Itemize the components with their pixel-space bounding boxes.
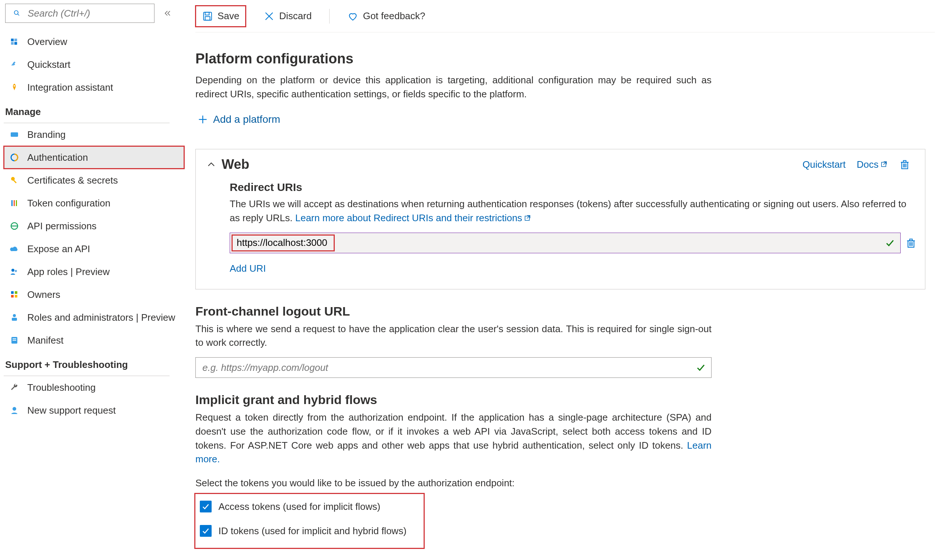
sidebar-item-overview[interactable]: Overview (4, 30, 185, 53)
logout-url-input-wrapper[interactable] (195, 357, 712, 378)
delete-uri-button[interactable] (906, 237, 916, 249)
sidebar-item-label: Expose an API (27, 243, 90, 255)
external-link-icon (523, 215, 531, 222)
valid-check-icon (886, 238, 894, 248)
sidebar-item-app-roles[interactable]: App roles | Preview (4, 260, 185, 283)
valid-check-icon (697, 363, 705, 372)
overview-icon (8, 35, 21, 48)
sidebar-item-branding[interactable]: Branding (4, 123, 185, 146)
main-content: Save Discard Got feedback? Platform conf… (185, 0, 946, 560)
sidebar-item-quickstart[interactable]: Quickstart (4, 53, 185, 76)
section-title-platform: Platform configurations (195, 51, 935, 67)
logout-url-input[interactable] (202, 362, 697, 374)
sidebar-item-label: Owners (27, 289, 60, 300)
id-tokens-checkbox-row[interactable]: ID tokens (used for implicit and hybrid … (197, 522, 413, 540)
sidebar-item-label: Troubleshooting (27, 382, 96, 393)
heart-icon (347, 11, 358, 22)
branding-icon (8, 128, 21, 141)
button-label: Got feedback? (363, 10, 425, 22)
sidebar-item-label: Roles and administrators | Preview (27, 312, 175, 323)
checkbox-label: Access tokens (used for implicit flows) (218, 501, 380, 512)
card-title: Web (222, 157, 249, 172)
implicit-heading: Implicit grant and hybrid flows (195, 392, 935, 407)
sidebar-item-certificates[interactable]: Certificates & secrets (4, 169, 185, 192)
divider (329, 9, 329, 24)
platform-description: Depending on the platform or device this… (195, 73, 712, 101)
link-label: Docs (857, 159, 878, 170)
implicit-desc: Request a token directly from the author… (195, 411, 712, 466)
sidebar-item-label: Authentication (27, 152, 88, 163)
key-icon (8, 174, 21, 186)
button-label: Add a platform (213, 114, 280, 125)
sidebar-item-label: Token configuration (27, 198, 110, 209)
external-link-icon (880, 161, 888, 168)
sidebar-item-label: New support request (27, 405, 116, 416)
logout-heading: Front-channel logout URL (195, 304, 935, 318)
command-bar: Save Discard Got feedback? (195, 0, 935, 32)
plus-icon (198, 114, 208, 125)
redirect-uris-heading: Redirect URIs (230, 181, 911, 194)
rocket-icon (8, 81, 21, 94)
sidebar-item-label: Integration assistant (27, 82, 113, 93)
sidebar-item-integration[interactable]: Integration assistant (4, 76, 185, 99)
feedback-button[interactable]: Got feedback? (341, 6, 432, 27)
token-icon (8, 197, 21, 209)
sidebar-item-label: Branding (27, 129, 66, 140)
button-label: Discard (279, 10, 312, 22)
checkbox-checked-icon[interactable] (200, 525, 212, 537)
quickstart-link[interactable]: Quickstart (803, 159, 846, 170)
sidebar-item-label: App roles | Preview (27, 266, 110, 278)
token-select-label: Select the tokens you would like to be i… (195, 477, 935, 489)
delete-platform-button[interactable] (898, 158, 911, 171)
button-label: Save (217, 10, 239, 22)
docs-link[interactable]: Docs (857, 159, 888, 170)
people-icon (8, 265, 21, 278)
quickstart-icon (8, 58, 21, 71)
sidebar-item-label: Overview (27, 36, 67, 48)
save-button[interactable]: Save (195, 6, 246, 27)
sidebar-item-troubleshooting[interactable]: Troubleshooting (4, 376, 185, 399)
checkbox-label: ID tokens (used for implicit and hybrid … (218, 525, 406, 536)
authentication-icon (8, 151, 21, 164)
sidebar-item-expose-api[interactable]: Expose an API (4, 237, 185, 260)
redirect-uri-input[interactable] (236, 237, 886, 249)
redirect-uris-desc: The URIs we will accept as destinations … (230, 197, 911, 225)
redirect-uri-input-wrapper[interactable] (230, 232, 901, 253)
support-icon (8, 404, 21, 417)
wrench-icon (8, 381, 21, 394)
logout-desc: This is where we send a request to have … (195, 322, 712, 350)
checkbox-checked-icon[interactable] (200, 501, 212, 512)
close-icon (264, 11, 275, 22)
redirect-learn-more-link[interactable]: Learn more about Redirect URIs and their… (295, 211, 531, 225)
sidebar-item-label: Quickstart (27, 59, 71, 71)
sidebar-item-authentication[interactable]: Authentication (4, 146, 185, 169)
sidebar-item-api-permissions[interactable]: API permissions (4, 215, 185, 237)
access-tokens-checkbox-row[interactable]: Access tokens (used for implicit flows) (197, 498, 413, 515)
discard-button[interactable]: Discard (257, 6, 318, 27)
sidebar-item-token-config[interactable]: Token configuration (4, 192, 185, 215)
sidebar-item-roles-admins[interactable]: Roles and administrators | Preview (4, 306, 185, 329)
web-platform-card: Web Quickstart Docs Redirect URIs The UR… (195, 149, 925, 289)
sidebar-item-label: Certificates & secrets (27, 175, 118, 186)
search-box[interactable] (5, 4, 154, 23)
roles-icon (8, 311, 21, 324)
save-icon (202, 11, 213, 22)
token-checkbox-group: Access tokens (used for implicit flows) … (195, 494, 424, 548)
add-platform-button[interactable]: Add a platform (195, 108, 935, 131)
sidebar-section-support: Support + Troubleshooting (4, 352, 185, 374)
sidebar-item-manifest[interactable]: Manifest (4, 329, 185, 352)
sidebar: Overview Quickstart Integration assistan… (0, 0, 185, 560)
sidebar-item-owners[interactable]: Owners (4, 283, 185, 306)
search-icon (11, 7, 23, 20)
cloud-icon (8, 243, 21, 255)
sidebar-section-manage: Manage (4, 99, 185, 120)
search-input[interactable] (27, 8, 149, 20)
sidebar-item-label: API permissions (27, 220, 97, 232)
api-permissions-icon (8, 220, 21, 232)
manifest-icon (8, 334, 21, 346)
owners-icon (8, 288, 21, 301)
collapse-card-button[interactable] (207, 160, 218, 169)
sidebar-item-new-support[interactable]: New support request (4, 399, 185, 422)
add-uri-button[interactable]: Add URI (230, 263, 266, 274)
collapse-sidebar-icon[interactable] (163, 9, 178, 17)
